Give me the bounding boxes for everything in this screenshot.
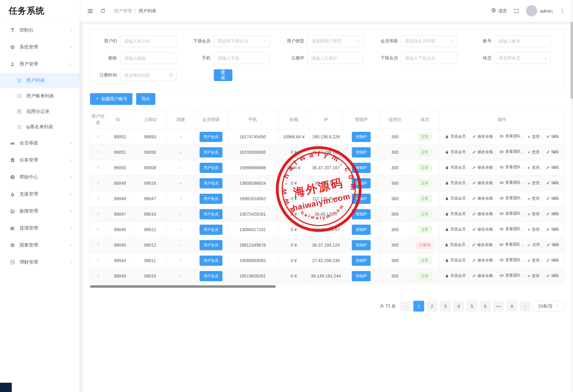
hamburger-icon[interactable] bbox=[87, 8, 93, 14]
fullscreen-icon[interactable] bbox=[514, 8, 519, 14]
recharge-member-action[interactable]: 充值会员 bbox=[445, 242, 465, 248]
expand-row-icon[interactable] bbox=[96, 212, 100, 216]
login-ip-button[interactable]: 登陆IP bbox=[352, 163, 371, 173]
page-button-2[interactable]: 2 bbox=[427, 301, 437, 312]
create-user-button[interactable]: 创建用户账号 bbox=[90, 93, 132, 105]
modify-balance-action[interactable]: 修改余额 bbox=[472, 134, 493, 140]
sidebar-item-country[interactable]: 国家管理 bbox=[0, 237, 80, 254]
modify-balance-action[interactable]: 修改余额 bbox=[472, 258, 493, 263]
filter-select-member-level[interactable]: 请选择会员等级 bbox=[401, 35, 457, 47]
page-button-5[interactable]: 5 bbox=[467, 301, 477, 312]
filter-input-account[interactable] bbox=[494, 35, 551, 47]
login-ip-button[interactable]: 登陆IP bbox=[352, 194, 371, 204]
sidebar-item-users[interactable]: 用户管理 bbox=[0, 56, 80, 73]
expand-row-icon[interactable] bbox=[96, 181, 100, 185]
horizontal-scrollbar[interactable] bbox=[90, 285, 276, 288]
filter-select-sub-member-select[interactable]: 请选择下级会员 bbox=[214, 35, 270, 47]
expand-row-icon[interactable] bbox=[96, 274, 100, 278]
sidebar-item-tasks[interactable]: 任务管理 bbox=[0, 152, 80, 169]
filter-select-user-type[interactable]: 请选择用户类型 bbox=[307, 35, 364, 47]
page-button-6[interactable]: 6 bbox=[480, 301, 491, 312]
filter-input-phone[interactable] bbox=[214, 52, 270, 64]
recharge-member-action[interactable]: 充值会员 bbox=[445, 180, 466, 186]
recharge-member-action[interactable]: 充值会员 bbox=[445, 211, 466, 217]
more-pages-button[interactable]: ••• bbox=[493, 301, 504, 312]
view-team-action[interactable]: 查看团队 bbox=[499, 257, 521, 263]
filter-input-sub-member-input[interactable] bbox=[401, 52, 457, 64]
breadcrumb-section[interactable]: 用户管理 bbox=[114, 8, 132, 14]
member-level-button[interactable]: 用户会员 bbox=[200, 225, 222, 235]
filter-input-user-id[interactable] bbox=[120, 35, 176, 47]
login-ip-button[interactable]: 登陆IP bbox=[352, 209, 371, 219]
edit-action[interactable]: 编辑 bbox=[546, 165, 559, 170]
sidebar-subitem-credit-records[interactable]: 信用分记录 bbox=[0, 104, 80, 119]
modify-balance-action[interactable]: 修改余额 bbox=[472, 149, 493, 155]
recharge-member-action[interactable]: 充值会员 bbox=[445, 196, 466, 201]
login-ip-button[interactable]: 登陆IP bbox=[352, 240, 371, 250]
expand-row-icon[interactable] bbox=[96, 150, 100, 154]
recharge-member-action[interactable]: 充值会员 bbox=[445, 165, 466, 170]
disable-action[interactable]: 禁用 bbox=[527, 181, 540, 186]
disable-action[interactable]: 禁用 bbox=[527, 258, 540, 264]
refresh-icon[interactable] bbox=[100, 8, 106, 14]
sidebar-subitem-user-bills[interactable]: 用户账单列表 bbox=[0, 88, 80, 104]
view-team-action[interactable]: 查看团队 bbox=[499, 211, 521, 217]
member-level-button[interactable]: 用户会员 bbox=[200, 147, 222, 157]
expand-row-icon[interactable] bbox=[96, 243, 100, 247]
sidebar-item-finance[interactable]: 理财管理 bbox=[0, 254, 80, 271]
recharge-member-action[interactable]: 充值会员 bbox=[445, 273, 466, 279]
modify-balance-action[interactable]: 修改余额 bbox=[472, 227, 493, 232]
page-button-4[interactable]: 4 bbox=[453, 301, 464, 312]
login-ip-button[interactable]: 登陆IP bbox=[352, 147, 371, 157]
login-ip-button[interactable]: 登陆IP bbox=[352, 132, 371, 142]
view-team-action[interactable]: 查看团队 bbox=[499, 226, 521, 232]
register-time-datepicker[interactable] bbox=[120, 69, 176, 81]
member-level-button[interactable]: 用户会员 bbox=[200, 163, 222, 173]
modify-balance-action[interactable]: 修改余额 bbox=[472, 180, 493, 186]
expand-row-icon[interactable] bbox=[96, 166, 100, 169]
sidebar-item-withdraw[interactable]: 提现管理 bbox=[0, 220, 80, 237]
enable-action[interactable]: 启用 bbox=[527, 242, 540, 248]
edit-action[interactable]: 编辑 bbox=[546, 258, 559, 263]
login-ip-button[interactable]: 登陆IP bbox=[352, 178, 371, 188]
register-time-input[interactable] bbox=[120, 69, 176, 81]
filter-input-nickname[interactable] bbox=[120, 52, 176, 64]
view-team-action[interactable]: 查看团队 bbox=[499, 196, 521, 201]
next-page-button[interactable] bbox=[520, 301, 531, 312]
export-button[interactable]: 导出 bbox=[136, 93, 155, 105]
recharge-member-action[interactable]: 充值会员 bbox=[445, 149, 466, 155]
view-team-action[interactable]: 查看团队 bbox=[499, 180, 521, 186]
disable-action[interactable]: 禁用 bbox=[527, 274, 540, 279]
sidebar-item-system[interactable]: 系统管理 bbox=[0, 39, 80, 56]
recharge-member-action[interactable]: 充值会员 bbox=[445, 227, 466, 232]
sidebar-item-help[interactable]: ? 帮助中心 bbox=[0, 169, 80, 186]
modify-balance-action[interactable]: 修改余额 bbox=[472, 273, 493, 279]
language-switcher[interactable]: 语言 bbox=[491, 8, 507, 14]
filter-input-register-ip[interactable] bbox=[307, 52, 364, 64]
modify-balance-action[interactable]: 修改余额 bbox=[472, 165, 493, 170]
member-level-button[interactable]: 用户会员 bbox=[200, 240, 222, 250]
view-team-action[interactable]: 查看团队 bbox=[499, 149, 521, 155]
expand-row-icon[interactable] bbox=[96, 227, 100, 231]
member-level-button[interactable]: 用户会员 bbox=[200, 132, 222, 142]
view-team-action[interactable]: 查看团队 bbox=[499, 165, 521, 170]
member-level-button[interactable]: 用户会员 bbox=[200, 178, 222, 188]
disable-action[interactable]: 禁用 bbox=[527, 150, 540, 155]
login-ip-button[interactable]: 登陆IP bbox=[352, 256, 371, 266]
page-size-select[interactable]: 10条/页 bbox=[533, 301, 564, 312]
edit-action[interactable]: 编辑 bbox=[546, 227, 559, 232]
page-scrollbar-thumb[interactable] bbox=[571, 22, 573, 99]
user-menu[interactable]: admin bbox=[526, 5, 553, 16]
sidebar-item-recharge[interactable]: ¥ 充值管理 bbox=[0, 186, 80, 203]
search-button[interactable]: 搜索 bbox=[214, 69, 232, 81]
prev-page-button[interactable] bbox=[400, 301, 411, 312]
view-team-action[interactable]: 查看团队 bbox=[499, 134, 521, 139]
sidebar-item-member-level[interactable]: 会员等级 bbox=[0, 135, 80, 152]
expand-row-icon[interactable] bbox=[96, 196, 100, 200]
login-ip-button[interactable]: 登陆IP bbox=[352, 225, 371, 235]
more-menu-icon[interactable] bbox=[559, 8, 565, 14]
edit-action[interactable]: 编辑 bbox=[546, 242, 559, 248]
member-level-button[interactable]: 用户会员 bbox=[200, 209, 222, 219]
view-team-action[interactable]: 查看团队 bbox=[499, 273, 521, 278]
edit-action[interactable]: 编辑 bbox=[546, 196, 559, 201]
